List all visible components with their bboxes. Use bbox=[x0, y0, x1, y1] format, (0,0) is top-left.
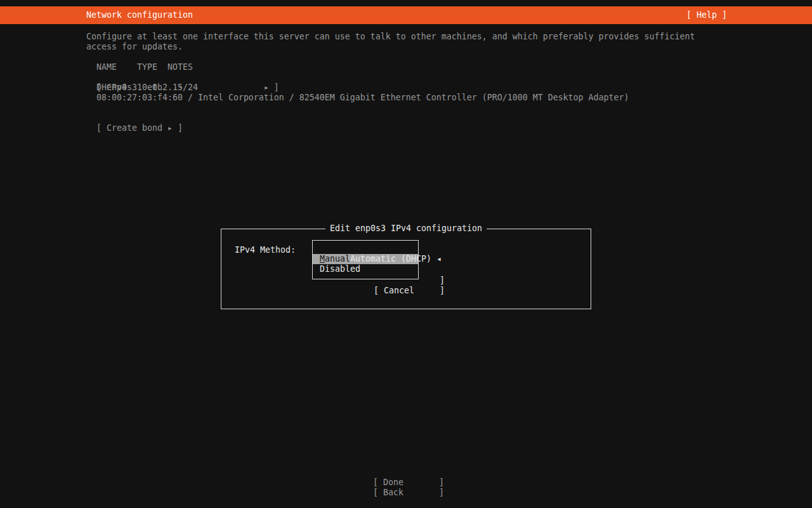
ipv4-method-label: IPv4 Method: bbox=[235, 245, 296, 255]
create-bond-close-bracket: ] bbox=[173, 123, 183, 133]
done-button[interactable]: [ Done ] bbox=[373, 478, 444, 488]
create-bond-button[interactable]: [ Create bond ▸ ] bbox=[86, 113, 183, 133]
page-title: Network configuration bbox=[86, 6, 193, 24]
header-bar: Network configuration [ Help ] bbox=[0, 6, 812, 24]
dialog-title: Edit enp0s3 IPv4 configuration bbox=[325, 224, 487, 234]
edit-ipv4-dialog: Edit enp0s3 IPv4 configuration IPv4 Meth… bbox=[221, 229, 591, 309]
interface-columns-header: NAME TYPE NOTES bbox=[86, 62, 193, 72]
dropdown-option-disabled[interactable]: Disabled bbox=[313, 264, 418, 274]
ipv4-method-dropdown[interactable]: Automatic (DHCP)◂ Manual Disabled bbox=[312, 240, 419, 279]
intro-line-1: Configure at least one interface this se… bbox=[86, 32, 695, 42]
interface-mac-info: 08:00:27:03:f4:60 / Intel Corporation / … bbox=[86, 93, 629, 103]
cancel-button[interactable]: [ Cancel ] bbox=[374, 286, 445, 296]
create-bond-label: [ Create bond bbox=[96, 123, 167, 133]
interface-dhcp-address: DHCPv4 10.0.2.15/24 bbox=[86, 83, 198, 93]
back-button[interactable]: [ Back ] bbox=[373, 488, 444, 498]
help-button[interactable]: [ Help ] bbox=[686, 6, 727, 24]
interface-row-close-bracket: ] bbox=[269, 83, 279, 92]
submenu-arrow-icon: ▸ bbox=[167, 123, 173, 133]
intro-line-2: access for updates. bbox=[86, 42, 183, 52]
selected-indicator-icon: ◂ bbox=[436, 254, 442, 264]
expand-arrow-icon: ▸ bbox=[264, 83, 269, 92]
dropdown-option-label: Automatic (DHCP) bbox=[350, 254, 431, 264]
dropdown-option-automatic-dhcp[interactable]: Automatic (DHCP)◂ bbox=[313, 244, 418, 254]
